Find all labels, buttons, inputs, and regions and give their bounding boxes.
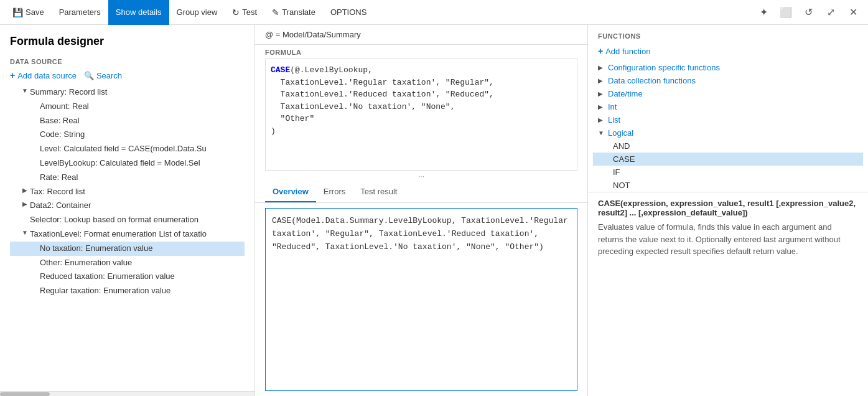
data-source-tree: ▼ Summary: Record list Amount: Real Base… bbox=[10, 85, 245, 298]
fn-label-int: Int bbox=[608, 102, 617, 111]
tree-item-levelbylookup[interactable]: LevelByLookup: Calculated field = Model.… bbox=[10, 156, 245, 171]
fn-item-if[interactable]: IF bbox=[593, 166, 863, 179]
expand-icon-logical: ▼ bbox=[598, 130, 608, 136]
tab-test-result[interactable]: Test result bbox=[353, 182, 404, 202]
fn-item-not[interactable]: NOT bbox=[593, 179, 863, 192]
expand-spacer bbox=[30, 115, 40, 116]
translate-button[interactable]: ✎ Translate bbox=[264, 0, 323, 25]
fn-signature: CASE(expression, expression_value1, resu… bbox=[598, 199, 858, 217]
expand-icon-int: ▶ bbox=[598, 103, 608, 110]
page-title: Formula designer bbox=[10, 35, 245, 48]
tree-label-data2: Data2: Container bbox=[30, 199, 245, 212]
add-data-source-label: Add data source bbox=[17, 71, 77, 80]
settings-icon-button[interactable]: ✦ bbox=[754, 2, 773, 22]
left-scrollbar[interactable] bbox=[0, 391, 254, 396]
fn-item-and[interactable]: AND bbox=[593, 139, 863, 153]
tree-item-data2[interactable]: ▶ Data2: Container bbox=[10, 199, 245, 213]
fn-item-list[interactable]: ▶ List bbox=[593, 113, 863, 126]
translate-icon: ✎ bbox=[272, 7, 279, 17]
translate-label: Translate bbox=[282, 7, 315, 17]
left-scrollbar-thumb bbox=[0, 392, 50, 396]
formula-editor[interactable]: CASE(@.LevelByLookup, TaxationLevel.'Reg… bbox=[265, 59, 577, 171]
tree-label-amount: Amount: Real bbox=[40, 100, 245, 113]
expand-icon-datacol: ▶ bbox=[598, 77, 608, 84]
close-icon-button[interactable]: ✕ bbox=[843, 2, 863, 22]
group-view-button[interactable]: Group view bbox=[169, 0, 225, 25]
tree-item-amount[interactable]: Amount: Real bbox=[10, 100, 245, 114]
fn-label-list: List bbox=[608, 115, 620, 125]
search-icon: 🔍 bbox=[84, 71, 94, 80]
formula-expanded[interactable]: CASE(Model.Data.Summary.LevelByLookup, T… bbox=[265, 208, 577, 391]
parameters-button[interactable]: Parameters bbox=[52, 0, 108, 25]
functions-tree: ▶ Configuration specific functions ▶ Dat… bbox=[588, 61, 868, 192]
fn-desc-text: Evaluates value of formula, finds this v… bbox=[598, 221, 858, 258]
toolbar: 💾 Save Parameters Show details Group vie… bbox=[0, 0, 868, 25]
fn-item-case[interactable]: CASE bbox=[593, 153, 863, 166]
expand-spacer bbox=[30, 100, 40, 101]
options-button[interactable]: OPTIONS bbox=[323, 0, 375, 25]
popout-icon-button[interactable]: ⤢ bbox=[821, 2, 841, 22]
fn-item-datacol[interactable]: ▶ Data collection functions bbox=[593, 74, 863, 87]
office-icon-button[interactable]: ⬜ bbox=[776, 2, 796, 22]
formula-divider: ··· bbox=[255, 171, 587, 182]
tree-item-tax[interactable]: ▶ Tax: Record list bbox=[10, 185, 245, 199]
right-panel: FUNCTIONS + Add function ▶ Configuration… bbox=[588, 25, 868, 396]
save-label: Save bbox=[26, 7, 44, 17]
tree-item-base[interactable]: Base: Real bbox=[10, 114, 245, 128]
test-button[interactable]: ↻ Test bbox=[225, 0, 264, 25]
tree-label-levelbylookup: LevelByLookup: Calculated field = Model.… bbox=[40, 157, 245, 170]
formula-path: @ = Model/Data/Summary bbox=[255, 25, 587, 45]
tree-item-code[interactable]: Code: String bbox=[10, 128, 245, 142]
tree-item-reduced[interactable]: Reduced taxation: Enumeration value bbox=[10, 270, 245, 284]
left-panel-content: Formula designer DATA SOURCE + Add data … bbox=[0, 25, 254, 391]
fn-item-logical[interactable]: ▼ Logical bbox=[593, 126, 863, 139]
fn-label-not: NOT bbox=[613, 181, 630, 190]
plus-icon: + bbox=[10, 70, 15, 80]
fn-label-datetime: Date/time bbox=[608, 89, 643, 98]
add-data-source-link[interactable]: + Add data source bbox=[10, 70, 77, 80]
tree-label-no-taxation: No taxation: Enumeration value bbox=[40, 242, 245, 255]
show-details-label: Show details bbox=[116, 7, 162, 17]
tree-item-regular[interactable]: Regular taxation: Enumeration value bbox=[10, 284, 245, 298]
middle-panel: @ = Model/Data/Summary FORMULA CASE(@.Le… bbox=[255, 25, 588, 396]
expand-icon-config: ▶ bbox=[598, 64, 608, 71]
data-source-actions: + Add data source 🔍 Search bbox=[10, 70, 245, 80]
tree-item-summary[interactable]: ▼ Summary: Record list bbox=[10, 85, 245, 100]
show-details-button[interactable]: Show details bbox=[108, 0, 169, 25]
expand-icon-tax: ▶ bbox=[20, 186, 30, 194]
tree-label-code: Code: String bbox=[40, 128, 245, 141]
save-icon: 💾 bbox=[12, 7, 23, 17]
refresh-icon-button[interactable]: ↺ bbox=[798, 2, 818, 22]
expand-spacer bbox=[30, 143, 40, 144]
tree-item-level[interactable]: Level: Calculated field = CASE(model.Dat… bbox=[10, 142, 245, 156]
tree-label-taxationlevel: TaxationLevel: Format enumeration List o… bbox=[30, 228, 245, 241]
tree-item-rate[interactable]: Rate: Real bbox=[10, 171, 245, 185]
tree-item-no-taxation[interactable]: No taxation: Enumeration value bbox=[10, 242, 245, 256]
data-source-section-label: DATA SOURCE bbox=[10, 58, 245, 65]
fn-item-int[interactable]: ▶ Int bbox=[593, 100, 863, 113]
tab-errors[interactable]: Errors bbox=[316, 182, 353, 202]
tree-item-selector[interactable]: Selector: Lookup based on format enumera… bbox=[10, 213, 245, 227]
expand-spacer bbox=[30, 128, 40, 130]
fn-label-and: AND bbox=[613, 141, 630, 151]
fn-item-datetime[interactable]: ▶ Date/time bbox=[593, 87, 863, 100]
fn-description: CASE(expression, expression_value1, resu… bbox=[588, 192, 868, 264]
search-link[interactable]: 🔍 Search bbox=[84, 71, 122, 80]
fn-item-config[interactable]: ▶ Configuration specific functions bbox=[593, 61, 863, 74]
add-function-link[interactable]: + Add function bbox=[598, 44, 858, 59]
add-function-label: Add function bbox=[605, 47, 650, 56]
tree-label-reduced: Reduced taxation: Enumeration value bbox=[40, 270, 245, 283]
fn-label-logical: Logical bbox=[608, 128, 633, 138]
tree-item-taxationlevel[interactable]: ▼ TaxationLevel: Format enumeration List… bbox=[10, 227, 245, 242]
tab-overview[interactable]: Overview bbox=[265, 182, 316, 202]
expand-spacer bbox=[30, 270, 40, 271]
plus-icon-fn: + bbox=[598, 46, 603, 56]
save-button[interactable]: 💾 Save bbox=[5, 0, 52, 25]
tree-label-base: Base: Real bbox=[40, 115, 245, 128]
tree-item-other[interactable]: Other: Enumeration value bbox=[10, 256, 245, 270]
fn-label-case: CASE bbox=[613, 154, 635, 164]
formula-section-label: FORMULA bbox=[255, 45, 587, 59]
expand-spacer bbox=[30, 157, 40, 158]
expand-spacer bbox=[30, 257, 40, 258]
expand-spacer bbox=[20, 214, 30, 215]
